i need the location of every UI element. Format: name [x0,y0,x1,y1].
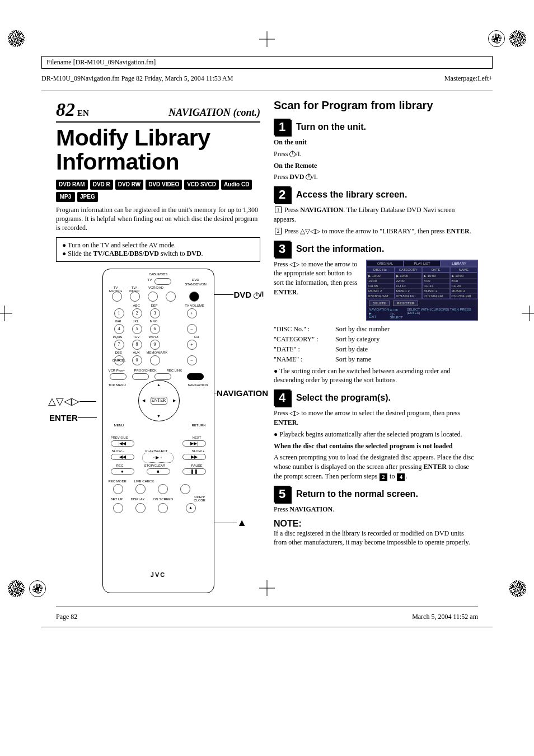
step-number: 5 [274,486,291,503]
page-number: 82EN [56,99,89,120]
registration-ring-icon [29,580,46,597]
step-number: 2 [274,186,291,203]
badge-dvd-r: DVD R [90,180,113,190]
badge-vcd-svcd: VCD SVCD [184,180,219,190]
format-badges: DVD RAM DVD R DVD RW DVD VIDEO VCD SVCD … [56,180,260,202]
subhead: On the Remote [274,162,317,170]
switch-icon [154,278,171,285]
osd-header: CATEGORY [395,267,423,273]
badge-dvd-video: DVD VIDEO [146,180,182,190]
intro-text: Program information can be registered in… [56,205,260,233]
step-number: 4 [274,389,291,406]
body-text: Press ◁▷ to move the arrow to select the… [274,408,478,428]
running-header-right: Masterpage:Left+ [444,74,493,83]
note-body: If a disc registered in the library is r… [274,529,478,547]
cross-mark-icon [0,306,12,321]
subhead: When the disc that contains the selected… [274,442,453,450]
note-item: Turn on the TV and select the AV mode. [62,241,254,250]
footer-right: March 5, 2004 11:52 am [412,613,478,621]
registration-mark-icon [509,580,526,597]
body-text: A screen prompting you to load the desig… [274,453,478,481]
osd-button: REGISTER [393,300,418,306]
badge-mp3: MP3 [56,192,75,202]
remote-control-figure: CABLE/DBS TV DVD TV MUTING TV/ VIDEO VCR… [102,269,214,593]
section-label: NAVIGATION (cont.) [168,107,260,119]
subhead: On the unit [274,138,307,146]
step-number: 1 [274,119,291,135]
callout-arrows: △▽◁▷ [48,395,79,407]
step-title: Select the program(s). [296,393,391,403]
osd-tab: PLAY LIST [404,260,441,267]
callout-navigation: NAVIGATION [217,388,268,398]
osd-tab: ORIGINAL [367,260,404,267]
filename-box: Filename [DR-M10U_09Navigation.fm] [41,56,493,69]
footer-rule [41,627,493,627]
power-icon [254,293,260,299]
badge-jpeg: JPEG [77,192,98,202]
body-text: 1 Press NAVIGATION. The Library Database… [274,205,478,224]
note-item: Slide the TV/CABLE/DBS/DVD switch to DVD… [62,250,254,258]
cross-mark-icon [259,31,275,47]
page-title: Modify Library Information [56,126,260,174]
osd-header: NAME [450,267,478,273]
registration-ring-icon [488,30,505,47]
registration-mark-icon [509,30,526,47]
callout-dvd: DVD /I [233,290,264,299]
step-title: Sort the information. [296,244,384,254]
badge-audio-cd: Audio CD [221,180,252,190]
osd-header: DATE [422,267,450,273]
cross-mark-icon [522,306,534,321]
brand-logo: JVC [103,571,214,578]
body-text: 2 Press △▽◁▷ to move the arrow to "LIBRA… [274,227,478,236]
callout-enter: ENTER [49,413,78,422]
osd-tab: LIBRARY [441,260,477,267]
registration-mark-icon [8,580,25,597]
power-icon [306,174,312,180]
step-title: Access the library screen. [296,190,407,200]
footer-left: Page 82 [56,613,77,621]
badge-dvd-rw: DVD RW [115,180,143,190]
body-text: ● The sorting order can be switched betw… [274,367,478,386]
cross-mark-icon [259,580,275,596]
dpad-icon: ▲ ▼ ◀ ▶ ENTER [138,380,180,421]
power-icon [289,151,296,157]
right-title: Scan for Program from library [274,99,478,112]
running-header-left: DR-M10U_09Navigation.fm Page 82 Friday, … [41,74,233,83]
osd-button: DELETE [369,300,390,306]
step-title: Return to the normal screen. [296,489,418,499]
note-heading: NOTE: [274,519,478,529]
step-number: 3 [274,241,291,257]
sort-list: "DISC No." :Sort by disc number "CATEGOR… [274,324,478,364]
setup-note-box: Turn on the TV and select the AV mode. S… [56,237,260,262]
badge-dvd-ram: DVD RAM [56,180,88,190]
step-title: Turn on the unit. [296,122,366,132]
osd-header: DISC No. [367,267,395,273]
registration-mark-icon [8,30,25,47]
onscreen-display-figure: ORIGINAL PLAY LIST LIBRARY DISC No. CATE… [366,260,478,321]
body-text: Press NAVIGATION. [274,505,478,514]
body-text: Press DVD /I. [274,172,478,182]
body-text: Press /I. [274,149,478,159]
callout-eject-icon: ▲ [237,517,247,529]
body-text: ● Playback begins automatically after th… [274,430,478,439]
